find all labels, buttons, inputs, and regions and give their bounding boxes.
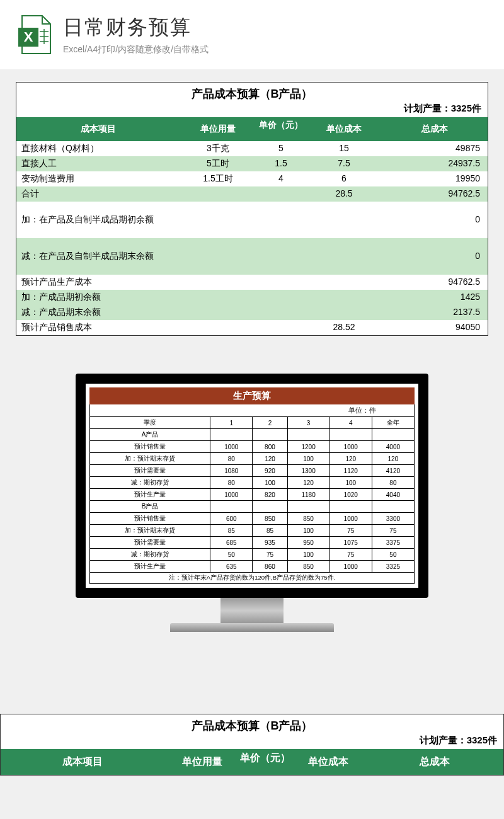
cell: 预计生产量 bbox=[90, 489, 210, 501]
cell: 24937.5 bbox=[382, 156, 488, 171]
cell: 1000 bbox=[329, 441, 372, 453]
table-title-repeat: 产品成本预算（B产品） bbox=[1, 714, 503, 735]
cell: 820 bbox=[253, 489, 287, 501]
table-row: 减：期初存货50751007550 bbox=[90, 549, 415, 561]
cell: 19950 bbox=[382, 171, 488, 186]
table-row: 预计生产量1000820118010204040 bbox=[90, 489, 415, 501]
cell: 850 bbox=[287, 513, 329, 525]
cell bbox=[306, 290, 382, 305]
cell: 600 bbox=[210, 513, 253, 525]
production-budget-title: 生产预算 bbox=[89, 387, 415, 404]
header-total-cost: 总成本 bbox=[382, 117, 488, 141]
cell: 15 bbox=[306, 141, 382, 156]
cell: 850 bbox=[253, 513, 287, 525]
table-row: 变动制造费用1.5工时4619950 bbox=[16, 171, 488, 186]
plan-output: 计划产量：3325件 bbox=[16, 103, 488, 117]
cell bbox=[180, 186, 256, 202]
bottom-table-strip: 产品成本预算（B产品） 计划产量：3325件 成本项目 单位用量 单价（元） 单… bbox=[0, 714, 504, 776]
table-row: B产品 bbox=[90, 501, 415, 513]
production-budget-table: 季度1234全年A产品预计销售量1000800120010004000加：预计期… bbox=[89, 416, 415, 584]
cell bbox=[180, 290, 256, 305]
cell: 直接材料（Q材料） bbox=[16, 141, 180, 156]
cell: 80 bbox=[372, 477, 414, 489]
table-row: 直接材料（Q材料）3千克51549875 bbox=[16, 141, 488, 156]
cell: B产品 bbox=[90, 501, 210, 513]
cell: 1000 bbox=[329, 561, 372, 573]
monitor-stand-base bbox=[170, 623, 334, 632]
cell: 加：预计期末存货 bbox=[90, 453, 210, 465]
cell bbox=[180, 275, 256, 290]
cell: 预计生产量 bbox=[90, 561, 210, 573]
cell: 100 bbox=[287, 453, 329, 465]
cell: 50 bbox=[372, 549, 414, 561]
cell: 变动制造费用 bbox=[16, 171, 180, 186]
plan-output-repeat: 计划产量：3325件 bbox=[1, 735, 503, 749]
cell: 4 bbox=[256, 171, 306, 186]
monitor-stand-neck bbox=[220, 598, 284, 623]
cell: 94762.5 bbox=[382, 275, 488, 290]
cell bbox=[210, 501, 253, 513]
cell: A产品 bbox=[90, 429, 210, 441]
table-row: 加：在产品及自制半成品期初余额0 bbox=[16, 202, 488, 238]
cell: 685 bbox=[210, 537, 253, 549]
cell: 1120 bbox=[329, 465, 372, 477]
monitor-screen: 生产预算 单位：件 季度1234全年A产品预计销售量10008001200100… bbox=[76, 374, 428, 598]
table-row: 减：期初存货8010012010080 bbox=[90, 477, 415, 489]
cell: 120 bbox=[253, 453, 287, 465]
cell: 100 bbox=[287, 525, 329, 537]
cell: 860 bbox=[253, 561, 287, 573]
table-row: 加：预计期末存货85851007575 bbox=[90, 525, 415, 537]
cell: 80 bbox=[210, 477, 253, 489]
cell: 120 bbox=[372, 453, 414, 465]
cell bbox=[256, 244, 306, 268]
cell: 950 bbox=[287, 537, 329, 549]
cell: 920 bbox=[253, 465, 287, 477]
cell: 94050 bbox=[382, 320, 488, 335]
cell bbox=[372, 429, 414, 441]
cell: 2 bbox=[253, 417, 287, 429]
cell: 75 bbox=[253, 549, 287, 561]
cell: 预计需要量 bbox=[90, 537, 210, 549]
table-title: 产品成本预算（B产品） bbox=[16, 83, 488, 103]
cell bbox=[256, 275, 306, 290]
table-row: 预计销售量60085085010003300 bbox=[90, 513, 415, 525]
cell: 预计产品生产成本 bbox=[16, 275, 180, 290]
cell: 3千克 bbox=[180, 141, 256, 156]
cell bbox=[306, 244, 382, 268]
cell: 0 bbox=[382, 208, 488, 232]
cell: 635 bbox=[210, 561, 253, 573]
cell: 预计销售量 bbox=[90, 441, 210, 453]
cell: 1000 bbox=[329, 513, 372, 525]
cell bbox=[329, 429, 372, 441]
cell bbox=[210, 429, 253, 441]
cell: 1300 bbox=[287, 465, 329, 477]
cell: 850 bbox=[287, 561, 329, 573]
table-header-row: 成本项目 单位用量 单价（元） 单位成本 总成本 bbox=[16, 117, 488, 141]
table-row: 减：在产品及自制半成品期末余额0 bbox=[16, 238, 488, 275]
cell: 3375 bbox=[372, 537, 414, 549]
cell bbox=[256, 305, 306, 320]
header-unit-cost: 单位成本 bbox=[306, 117, 382, 141]
cell: 94762.5 bbox=[382, 186, 488, 202]
unit-label: 单位：件 bbox=[89, 404, 415, 416]
cell: 49875 bbox=[382, 141, 488, 156]
cell: 1425 bbox=[382, 290, 488, 305]
cell: 1180 bbox=[287, 489, 329, 501]
table-row: A产品 bbox=[90, 429, 415, 441]
page-subtitle: Excel/A4打印/内容随意修改/自带格式 bbox=[63, 44, 209, 55]
table-row: 减：产成品期末余额2137.5 bbox=[16, 305, 488, 320]
page-title: 日常财务预算 bbox=[63, 14, 209, 42]
table-row: 加：产成品期初余额1425 bbox=[16, 290, 488, 305]
cell: 85 bbox=[210, 525, 253, 537]
cell: 28.52 bbox=[306, 320, 382, 335]
cell bbox=[306, 305, 382, 320]
cell bbox=[256, 290, 306, 305]
monitor-mockup: 生产预算 单位：件 季度1234全年A产品预计销售量10008001200100… bbox=[0, 348, 504, 651]
table-note: 注：预计年末A产品存货的数为120件,B产品存货的数为75件. bbox=[90, 573, 415, 584]
cell: 28.5 bbox=[306, 186, 382, 202]
cell bbox=[287, 501, 329, 513]
cell: 100 bbox=[329, 477, 372, 489]
cell bbox=[253, 429, 287, 441]
table-row: 加：预计期末存货80120100120120 bbox=[90, 453, 415, 465]
page-header: X 日常财务预算 Excel/A4打印/内容随意修改/自带格式 bbox=[0, 0, 504, 69]
